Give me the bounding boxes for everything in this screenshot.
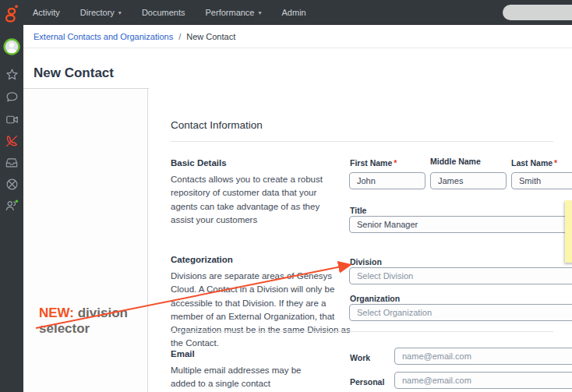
work-email-label-text: Work <box>350 353 370 362</box>
section-title-contact-information: Contact Information <box>171 119 263 131</box>
inbox-icon[interactable] <box>0 157 23 168</box>
phone-disabled-icon[interactable] <box>0 134 23 148</box>
breadcrumb-current: New Contact <box>186 32 235 41</box>
nav-activity-label: Activity <box>33 8 60 17</box>
annotation-new-division-selector: NEW: division selector <box>39 305 134 337</box>
favorites-star-icon[interactable] <box>0 68 23 81</box>
required-asterisk: * <box>394 158 397 168</box>
nav-documents-label: Documents <box>142 8 185 17</box>
first-name-label: First Name* <box>350 158 397 168</box>
left-icon-rail <box>0 0 23 392</box>
first-name-input[interactable] <box>349 172 425 189</box>
organization-select[interactable] <box>349 304 572 321</box>
last-name-input[interactable] <box>511 172 572 189</box>
nav-admin[interactable]: Admin <box>282 8 306 17</box>
breadcrumb-link-external-contacts[interactable]: External Contacts and Organizations <box>34 32 173 41</box>
group-title-basic-details: Basic Details <box>171 158 227 168</box>
middle-name-label-text: Middle Name <box>430 157 481 166</box>
yellow-sticky-note <box>565 200 572 263</box>
nav-activity[interactable]: Activity <box>33 8 60 17</box>
section-divider <box>171 331 553 332</box>
middle-name-label: Middle Name <box>430 157 481 166</box>
required-asterisk: * <box>554 158 557 168</box>
personal-email-label-text: Personal <box>350 377 384 387</box>
contacts-presence-icon[interactable] <box>0 199 23 212</box>
title-label-text: Title <box>350 206 366 215</box>
group-title-email: Email <box>171 349 195 358</box>
nav-performance[interactable]: Performance▾ <box>206 8 262 17</box>
title-label: Title <box>350 206 366 215</box>
division-label: Division <box>350 257 382 267</box>
personal-email-label: Personal <box>350 377 384 387</box>
chevron-down-icon: ▾ <box>118 9 122 16</box>
last-name-label: Last Name* <box>511 158 557 168</box>
division-label-text: Division <box>350 257 382 267</box>
top-nav: Activity Directory▾ Documents Performanc… <box>33 0 306 25</box>
genesys-logo-icon <box>2 4 21 24</box>
group-desc-email: Multiple email addresses may be added to… <box>171 364 319 391</box>
title-input[interactable] <box>349 216 572 233</box>
nav-directory-label: Directory <box>80 8 115 17</box>
section-divider <box>171 141 553 142</box>
breadcrumb: External Contacts and Organizations / Ne… <box>23 25 572 48</box>
nav-admin-label: Admin <box>282 8 306 17</box>
last-name-label-text: Last Name <box>511 158 553 168</box>
breadcrumb-separator: / <box>178 32 181 41</box>
user-presence-avatar[interactable] <box>0 38 23 55</box>
nav-performance-label: Performance <box>206 8 255 17</box>
middle-name-input[interactable] <box>430 172 507 189</box>
search-input[interactable] <box>503 5 572 20</box>
personal-email-input[interactable] <box>394 372 572 389</box>
circle-x-icon[interactable] <box>0 178 23 191</box>
organization-label-text: Organization <box>350 294 400 303</box>
group-desc-categorization: Divisions are separate areas of Genesys … <box>171 270 351 351</box>
first-name-label-text: First Name <box>350 158 392 168</box>
work-email-input[interactable] <box>394 348 572 365</box>
top-bar: Activity Directory▾ Documents Performanc… <box>0 0 572 25</box>
work-email-label: Work <box>350 353 370 362</box>
page-title: New Contact <box>34 65 114 81</box>
group-title-categorization: Categorization <box>171 255 233 264</box>
nav-documents[interactable]: Documents <box>142 8 185 17</box>
video-icon[interactable] <box>0 114 23 125</box>
group-desc-basic-details: Contacts allows you to create a robust r… <box>171 173 342 227</box>
organization-label: Organization <box>350 294 400 303</box>
new-contact-form: Contact Information Basic Details Contac… <box>149 88 572 392</box>
annotation-highlight: NEW: <box>39 305 74 320</box>
chat-icon[interactable] <box>0 90 23 104</box>
chevron-down-icon: ▾ <box>259 9 262 16</box>
left-panel: NEW: division selector <box>23 89 148 392</box>
division-select[interactable] <box>349 267 572 284</box>
nav-directory[interactable]: Directory▾ <box>80 8 122 17</box>
